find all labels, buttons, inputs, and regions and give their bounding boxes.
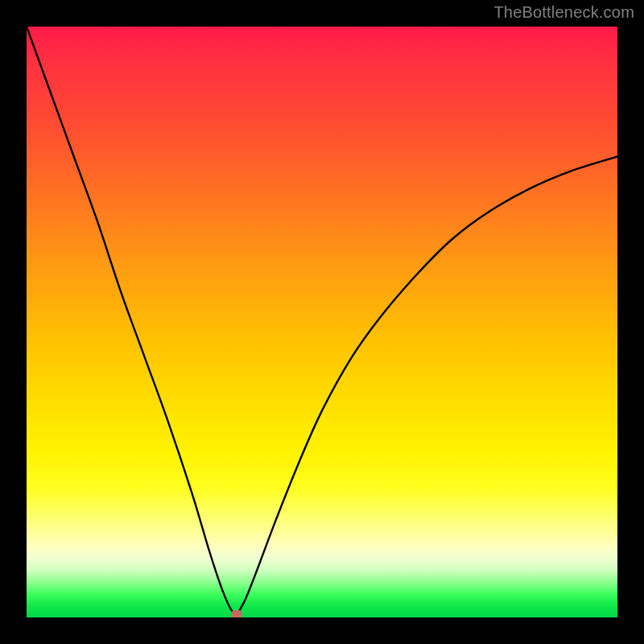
plot-area xyxy=(27,27,617,617)
bottleneck-curve xyxy=(27,27,617,617)
curve-svg xyxy=(27,27,617,617)
watermark-text: TheBottleneck.com xyxy=(493,3,634,22)
optimum-marker xyxy=(231,610,242,617)
chart-frame: TheBottleneck.com xyxy=(0,0,644,644)
